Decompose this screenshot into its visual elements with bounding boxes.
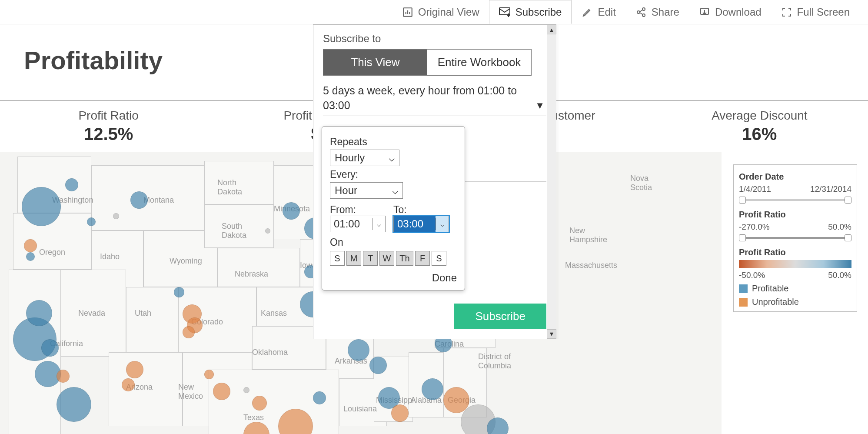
- legend-panel: Order Date 1/4/2011 12/31/2014 Profit Ra…: [733, 164, 857, 312]
- day-wednesday[interactable]: W: [379, 251, 394, 266]
- day-saturday[interactable]: S: [432, 251, 446, 266]
- fullscreen-button[interactable]: Full Screen: [771, 0, 859, 24]
- kpi-label: Average Discount: [651, 109, 868, 123]
- swatch-profitable: [739, 284, 748, 293]
- profit-ratio-slider[interactable]: [739, 234, 851, 241]
- entire-workbook-toggle[interactable]: Entire Workbook: [427, 50, 531, 75]
- scrollbar[interactable]: [547, 25, 556, 339]
- map-state-label: SouthDakota: [222, 222, 246, 240]
- to-time-select[interactable]: 03:00 ⌵: [393, 216, 449, 232]
- kpi-label: Profit Ratio: [0, 109, 217, 123]
- scroll-up-button[interactable]: ▴: [547, 25, 556, 34]
- share-label: Share: [652, 6, 679, 18]
- mail-plus-icon: [499, 6, 511, 18]
- map-state-label: NewHampshire: [569, 226, 607, 244]
- legend-profit-ratio-slider-title: Profit Ratio: [739, 210, 851, 220]
- day-thursday[interactable]: Th: [396, 251, 413, 266]
- subscribe-submit-button[interactable]: Subscribe: [454, 304, 546, 329]
- day-monday[interactable]: M: [346, 251, 361, 266]
- subscribe-button[interactable]: Subscribe: [489, 0, 572, 24]
- chevron-down-icon: ⌵: [389, 152, 395, 164]
- day-friday[interactable]: F: [415, 251, 430, 266]
- to-label: To:: [393, 204, 449, 216]
- map-state-label: NovaScotia: [630, 174, 652, 192]
- legend-label: Unprofitable: [752, 297, 799, 307]
- kpi-avg-discount: Average Discount 16%: [651, 101, 868, 144]
- kpi-value: 12.5%: [0, 124, 217, 144]
- map-state-label: Texas: [243, 413, 264, 422]
- color-gradient: [739, 260, 851, 268]
- top-toolbar: Original View Subscribe Edit Share Downl…: [0, 0, 868, 24]
- map-state-label: Idaho: [100, 252, 120, 261]
- kpi-value: 16%: [651, 124, 868, 144]
- schedule-dropdown[interactable]: 5 days a week, every hour from 01:00 to …: [323, 83, 546, 116]
- from-label: From:: [330, 204, 386, 216]
- kpi-profit-ratio: Profit Ratio 12.5%: [0, 101, 217, 144]
- day-sunday[interactable]: S: [330, 251, 345, 266]
- map-state-label: Louisiana: [343, 404, 377, 414]
- original-view-button[interactable]: Original View: [392, 0, 489, 24]
- day-selector: S M T W Th F S: [330, 251, 457, 266]
- order-date-slider[interactable]: [739, 197, 851, 204]
- map-state-label: NewMexico: [178, 383, 203, 401]
- on-label: On: [330, 237, 457, 248]
- svg-point-4: [642, 14, 645, 17]
- color-max: 50.0%: [828, 270, 851, 280]
- subscribe-to-label: Subscribe to: [323, 33, 546, 45]
- download-label: Download: [715, 6, 762, 18]
- subscribe-scope-toggle: This View Entire Workbook: [323, 49, 532, 76]
- map-state-label: District ofColumbia: [478, 352, 511, 371]
- swatch-unprofitable: [739, 298, 748, 307]
- bar-chart-icon: [402, 6, 414, 18]
- profit-ratio-max: 50.0%: [828, 222, 851, 232]
- every-value: Hour: [335, 184, 357, 197]
- repeats-label: Repeats: [330, 136, 457, 148]
- day-tuesday[interactable]: T: [363, 251, 378, 266]
- legend-item-unprofitable: Unprofitable: [739, 297, 851, 307]
- share-icon: [635, 6, 647, 18]
- map-state-label: Nebraska: [235, 270, 268, 279]
- legend-item-profitable: Profitable: [739, 284, 851, 294]
- legend-label: Profitable: [752, 284, 789, 294]
- original-view-label: Original View: [418, 6, 479, 18]
- svg-point-2: [637, 11, 640, 13]
- map-state-label: Oregon: [39, 248, 65, 257]
- map-state-label: NorthDakota: [217, 178, 242, 197]
- map-state-label: Oklahoma: [252, 348, 288, 357]
- map-state-label: Massachusetts: [565, 261, 617, 270]
- this-view-toggle[interactable]: This View: [323, 50, 427, 75]
- map-state-label: Utah: [135, 309, 151, 318]
- chevron-down-icon: ▼: [535, 99, 545, 112]
- share-button[interactable]: Share: [625, 0, 689, 24]
- every-label: Every:: [330, 169, 457, 180]
- scroll-down-button[interactable]: ▾: [547, 329, 556, 339]
- subscribe-label: Subscribe: [515, 6, 562, 18]
- map-state-label: Wyoming: [170, 257, 202, 266]
- from-value: 01:00: [330, 216, 372, 232]
- order-date-max: 12/31/2014: [810, 184, 851, 194]
- order-date-min: 1/4/2011: [739, 184, 771, 194]
- map-state-label: Nevada: [78, 309, 105, 318]
- legend-order-date-title: Order Date: [739, 172, 851, 182]
- edit-button[interactable]: Edit: [572, 0, 625, 24]
- map-state-label: Montana: [143, 196, 174, 205]
- page-title: Profitability: [24, 46, 163, 75]
- repeats-value: Hourly: [335, 152, 365, 164]
- schedule-popover: Repeats Hourly ⌵ Every: Hour ⌵ From: 01:…: [322, 126, 465, 290]
- fullscreen-label: Full Screen: [797, 6, 850, 18]
- from-time-select[interactable]: 01:00 ⌵: [330, 216, 386, 232]
- download-button[interactable]: Download: [689, 0, 771, 24]
- chevron-down-icon: ⌵: [372, 218, 385, 230]
- repeats-select[interactable]: Hourly ⌵: [330, 150, 399, 166]
- chevron-down-icon: ⌵: [436, 218, 449, 230]
- pencil-icon: [581, 6, 593, 18]
- profit-ratio-min: -270.0%: [739, 222, 770, 232]
- fullscreen-icon: [781, 6, 793, 18]
- to-value: 03:00: [394, 216, 436, 232]
- map-state-label: Kansas: [261, 309, 287, 318]
- chevron-down-icon: ⌵: [392, 184, 398, 197]
- svg-point-3: [642, 8, 645, 10]
- done-button[interactable]: Done: [330, 272, 457, 284]
- every-select[interactable]: Hour ⌵: [330, 182, 403, 199]
- download-icon: [698, 6, 711, 18]
